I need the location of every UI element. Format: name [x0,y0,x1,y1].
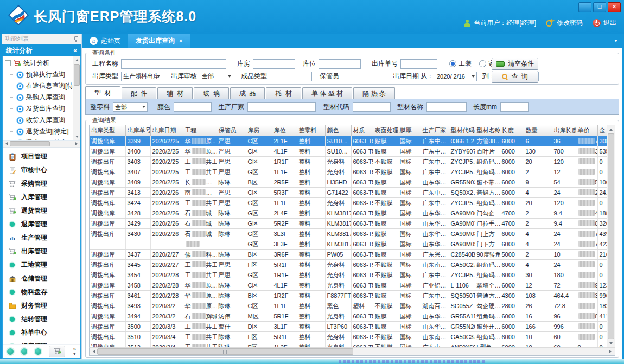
column-header[interactable]: 整零料 [297,125,325,136]
minimize-button[interactable]: ─ [578,2,591,12]
sidebar-item[interactable]: 仓储管理 [3,272,80,285]
scrollbar-thumb[interactable] [10,141,50,146]
scrollbar-thumb[interactable] [74,64,80,86]
sidebar-item[interactable]: 工地管理 [3,258,80,272]
tree-item[interactable]: 收货入库查询 [3,114,80,126]
material-tab[interactable]: 型 材 [85,86,120,99]
column-header[interactable]: 出库长度 [552,125,576,136]
table-row[interactable]: 调拨出库34932020/3/2华原…陈琳C区1L1F整料黑色塑料不贴膜国标湖南… [90,301,612,311]
sidebar-item[interactable]: 项目管理 [3,150,80,163]
module-dot-icon[interactable] [35,348,41,355]
tree-vertical-scrollbar[interactable] [73,56,80,140]
tree-item[interactable]: 采购入库查询 [3,92,80,103]
column-header[interactable]: 膜厚 [398,125,421,136]
table-row[interactable]: 调拨出库34092020/2/25长…陈琳B区2R5F整料LI35HD6063-… [90,177,612,188]
material-tab[interactable]: 成 品 [230,87,265,99]
tree-horizontal-scrollbar[interactable] [3,141,80,148]
sidebar-item[interactable]: 报废管理 [3,340,80,344]
tree-root-item[interactable]: - 统计分析 [3,58,80,69]
column-header[interactable]: 颜色 [325,125,351,136]
column-header[interactable]: 表面处理 [373,125,398,136]
project-name-input[interactable] [121,59,226,69]
column-header[interactable]: 保管员 [217,125,246,136]
column-header[interactable]: 型材名称 [475,125,500,136]
pin-icon[interactable] [73,36,78,42]
location-input[interactable] [319,59,361,69]
tree-item[interactable]: 在途信息查询[待 [3,80,80,92]
sidebar-item[interactable]: 补单中心 [3,326,80,340]
column-header[interactable]: 库位 [272,125,297,136]
sidebar-item[interactable]: 入库管理 [3,190,80,204]
out-type-select[interactable]: 生产领料出库 [121,72,162,81]
sidebar-item[interactable]: 审核中心 [3,163,80,177]
material-tab[interactable]: 配 件 [122,87,157,99]
audit-select[interactable]: 全部 [200,72,233,81]
column-header[interactable]: 长度 [500,125,524,136]
tree-item[interactable]: 退货查询[待定] [3,126,80,137]
scroll-down-icon[interactable] [73,133,80,140]
sidebar-item[interactable]: 财务管理 [3,299,80,312]
column-header[interactable]: 工程 [183,125,217,136]
tab-overflow-button[interactable]: ▼ [614,39,618,43]
close-tab-icon[interactable]: × [179,37,182,44]
order-no-input[interactable] [400,59,437,69]
table-row[interactable]: 调拨出库34002020/2/25华原…严思C区4L1F整料SU10…6063-… [90,146,612,157]
material-tab[interactable]: 玻 璃 [194,87,229,99]
tab-home[interactable]: ⌂ 起始页 [82,34,128,48]
keeper-input[interactable] [342,72,384,81]
more-modules-button[interactable]: »▾ [73,347,76,356]
table-vertical-scrollbar[interactable] [607,125,615,347]
table-row[interactable]: 调拨出库34302020/2/26石城陈琳G区3L3F整料KLM38176063… [90,229,612,239]
sidebar-item[interactable]: 结转管理 [3,312,80,326]
material-tab[interactable]: 隔 热 条 [353,87,395,99]
scroll-up-icon[interactable] [73,56,80,63]
table-row[interactable]: 调拨出库34032020/2/25工共工程严思G区1R1F整料光身料6063-T… [90,157,612,167]
table-row[interactable]: 调拨出库34582020/2/28华原…陈琳C区4L1F整料光身料6063-T5… [90,280,612,291]
table-horizontal-scrollbar[interactable] [89,347,615,356]
whole-part-select[interactable]: 全部 [113,102,148,112]
table-row[interactable]: 调拨出库34452020/2/27工共工程严思F区5R1F整料光身料6063-T… [90,260,612,270]
search-button[interactable]: 查 询 [492,71,538,83]
radio-jiazhuang[interactable] [479,60,486,67]
column-header[interactable]: 材质 [351,125,373,136]
table-row[interactable]: G区3L3F整料KLM38176063-T5贴膜国标山东华…GA90M09…门下… [90,239,612,250]
sidebar-item[interactable]: 出库管理 [3,245,80,258]
scrollbar-thumb[interactable] [97,348,353,355]
logout-button[interactable]: 退出 [593,18,616,28]
sidebar-item[interactable]: 退货管理 [3,204,80,218]
close-button[interactable]: ✕ [608,2,621,12]
color-input[interactable] [174,102,212,112]
scroll-left-icon[interactable] [90,348,97,355]
table-row[interactable]: 调拨出库35102020/3/4工共工程陈琳F区5R1F整料光身料6063-T5… [90,332,612,342]
tree-expander-icon[interactable]: - [5,60,11,66]
change-password-button[interactable]: 修改密码 [546,18,583,28]
date-from-picker[interactable]: 2020/ 2/16 [435,72,477,81]
scroll-right-icon[interactable] [73,141,80,147]
scrollbar-thumb[interactable] [608,133,614,339]
material-tab[interactable]: 耗 材 [266,87,301,99]
table-row[interactable]: 调拨出库34242020/2/26工共工程严思G区1L1F整料光身料6063-T… [90,198,612,208]
tree-item[interactable]: 预算执行查询 [3,69,80,80]
table-row[interactable]: 调拨出库34292020/2/26石城陈琳G区5R2F整料KLM38176063… [90,219,612,229]
collapse-sidebar-button[interactable]: « [73,47,77,54]
table-row[interactable]: 调拨出库34612020/2/28华原…陈琳B区1R2F整料F8877FT606… [90,291,612,301]
manufacturer-input[interactable] [247,102,316,112]
maximize-button[interactable]: □ [593,2,606,12]
column-header[interactable]: 出库日期 [150,125,183,136]
profile-name-input[interactable] [426,102,467,112]
table-row[interactable]: 调拨出库34132020/2/26南…严思C区5R3F整料G714226063-… [90,188,612,198]
table-row[interactable]: 调拨出库33992020/2/25华原…严思C区2L1F整料SU10…6063-… [90,136,612,146]
module-dot-icon[interactable] [21,348,28,355]
sidebar-item[interactable]: 生产管理 [3,231,80,245]
sidebar-item[interactable]: 采购管理 [3,177,80,190]
table-row[interactable]: 调拨出库34072020/2/25工共工程严思G区1L1F整料光身料6063-T… [90,167,612,177]
product-type-input[interactable] [270,72,312,81]
scroll-right-icon[interactable] [607,348,614,355]
table-row[interactable]: 调拨出库34542020/2/28工共工程严思G区1R1F整料光身料6063-T… [90,270,612,280]
material-tab[interactable]: 辅 材 [157,87,193,99]
radio-gongzhuang[interactable] [449,60,456,67]
cart-module-button[interactable] [49,346,66,357]
column-header[interactable]: 库房 [246,125,272,136]
scroll-down-icon[interactable] [607,340,614,347]
column-header[interactable]: 单价 [576,125,597,136]
